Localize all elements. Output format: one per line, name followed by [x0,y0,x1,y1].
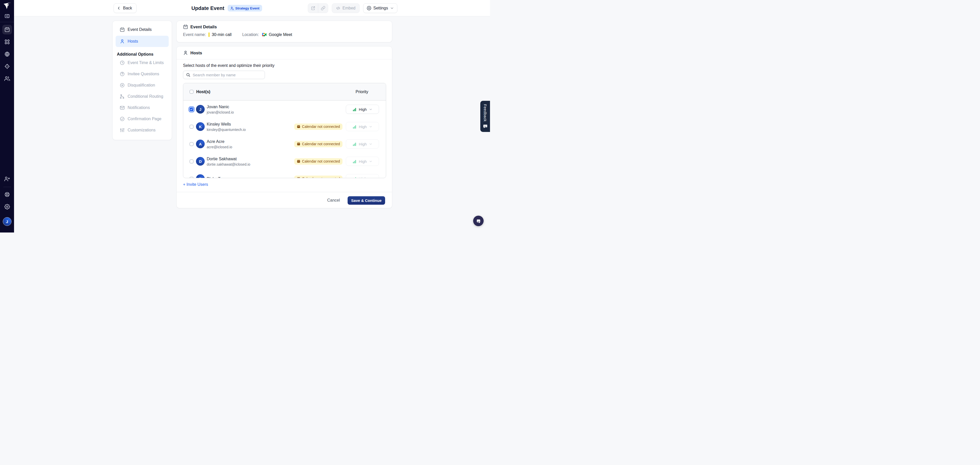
sidebar-item-apps[interactable] [2,37,12,47]
chevron-down-icon [369,177,372,178]
host-name: Kinsley Wells [207,122,246,127]
host-row: J Jovan Nanic jovan@iclosed.io High [183,100,386,118]
host-email: kinsley@quantumtech.io [207,127,246,132]
calendar-status-badge: Calendar not connected [294,124,342,130]
host-checkbox[interactable] [189,125,193,129]
nav-label: Conditional Routing [127,94,163,99]
nav-item-notifications[interactable]: Notifications [116,102,169,113]
chevron-down-icon [390,6,394,10]
hierarchy-icon [120,94,125,99]
priority-bars-icon [352,159,356,164]
host-email: acre@iclosed.io [207,145,232,149]
sidebar-item-settings[interactable] [2,202,12,212]
calendar-warning-icon [297,177,301,178]
priority-dropdown[interactable]: High [346,122,379,131]
host-avatar: A [196,140,205,148]
host-name: Jovan Nanic [207,104,234,109]
external-link-button[interactable] [308,3,318,13]
host-avatar: D [196,157,205,166]
settings-label: Settings [373,6,388,10]
priority-column-header: Priority [355,89,368,94]
sidebar-item-help[interactable] [2,190,12,199]
calendar-warning-icon [297,125,301,128]
cancel-button[interactable]: Cancel [327,198,340,203]
calendar-icon [183,24,188,29]
nav-section-label: Additional Options [117,52,169,57]
priority-dropdown[interactable]: High [346,174,379,178]
priority-bars-icon [352,142,356,146]
save-continue-button[interactable]: Save & Continue [348,196,385,205]
sidebar-item-globe[interactable] [2,49,12,59]
host-checkbox[interactable] [189,142,193,146]
host-email: jovan@iclosed.io [207,110,234,114]
chat-launcher-button[interactable] [473,216,484,226]
feedback-tab[interactable]: Feedback [480,101,490,132]
host-name: Dortie Sakhawat [207,156,250,161]
priority-dropdown[interactable]: High [346,105,379,114]
nav-label: Confirmation Page [127,117,162,121]
chevron-down-icon [369,160,372,163]
priority-bars-icon [352,177,356,178]
check-circle-icon [120,116,125,121]
host-checkbox[interactable] [189,177,193,178]
svg-text:$: $ [232,8,234,10]
search-input[interactable] [192,73,262,77]
x-circle-icon [120,83,125,88]
calendar-status-badge: Calendar not connected [294,175,342,178]
feedback-label: Feedback [483,104,487,121]
globe-icon [4,51,10,57]
google-meet-icon [262,32,267,37]
help-lifebuoy-icon [4,192,10,197]
event-name-label: Event name: [183,32,206,37]
nav-label: Notifications [127,105,150,110]
calendar-warning-icon [297,159,301,163]
host-row: A Acre Acre acre@iclosed.io Calendar not… [183,135,386,153]
sidebar-item-invite-user[interactable] [2,174,12,184]
host-checkbox[interactable] [189,107,193,111]
sidebar-toggle-icon[interactable] [4,13,10,19]
location-value: Google Meet [269,32,292,37]
sidebar-item-calendar[interactable] [2,25,12,35]
nav-item-invitee-questions[interactable]: Invitee Questions [116,68,169,80]
settings-button[interactable]: Settings [363,3,397,13]
nav-item-event-time-limits[interactable]: Event Time & Limits [116,57,169,68]
chevron-down-icon [369,108,372,111]
select-all-checkbox[interactable] [189,90,193,94]
team-users-icon [4,76,10,81]
chevron-left-icon [117,6,121,10]
gear-icon [367,6,371,10]
chat-bubble-icon [476,218,481,224]
nav-item-confirmation-page[interactable]: Confirmation Page [116,113,169,124]
nav-item-hosts[interactable]: Hosts [116,36,169,47]
priority-value: High [359,177,367,178]
calendar-warning-icon [297,142,301,146]
priority-dropdown[interactable]: High [346,157,379,166]
nav-label: Event Time & Limits [127,61,164,65]
embed-button[interactable]: Embed [332,3,360,13]
clock-icon [120,60,125,65]
sidebar-item-team[interactable] [2,74,12,83]
event-type-badge: $ Strategy Event [228,5,262,11]
event-settings-nav: Event Details Hosts Additional Options E… [112,21,172,140]
nav-item-disqualification[interactable]: Disqualification [116,80,169,91]
priority-dropdown[interactable]: High [346,139,379,148]
nav-label: Event Details [127,27,151,32]
host-avatar: K [196,122,205,131]
sidebar-item-tracking[interactable] [2,62,12,71]
host-checkbox[interactable] [189,159,193,163]
copy-link-button[interactable] [318,3,328,13]
host-column-header: Host(s) [196,89,210,94]
question-circle-icon [120,72,125,76]
user-avatar[interactable]: J [3,217,11,226]
host-email: dortie.sakhawat@iclosed.io [207,162,250,166]
back-button[interactable]: Back [114,3,137,13]
calendar-icon [4,27,10,32]
host-name: Blake Tanner [207,176,231,178]
event-color-bar [208,32,210,37]
nav-item-customizations[interactable]: Customizations [116,124,169,136]
invite-users-link[interactable]: + Invite Users [183,182,208,187]
priority-value: High [359,142,367,146]
nav-item-conditional-routing[interactable]: Conditional Routing [116,91,169,102]
chevron-down-icon [369,142,372,146]
nav-item-event-details[interactable]: Event Details [116,24,169,35]
